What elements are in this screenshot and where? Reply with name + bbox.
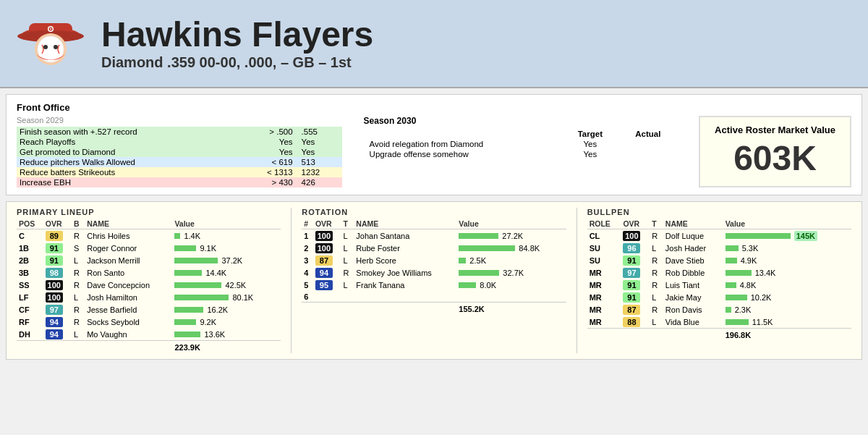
lineup-name: Chris Hoiles [85,229,172,242]
bullpen-role: MR [587,266,621,279]
bullpen-role: MR [587,291,621,303]
rotation-row: 2 100 L Rube Foster 84.8K [302,242,566,254]
lineup-name: Josh Hamilton [85,291,172,303]
divider-1 [291,208,292,353]
fo-goal-text: Reach Playoffs [17,137,237,147]
rotation-value [456,291,566,303]
lineup-total-label [17,341,172,353]
bullpen-ovr: 91 [621,279,650,291]
bullpen-total-row: 196.8K [587,329,851,341]
lineup-pos: C [17,229,43,242]
bp-col-role: ROLE [587,219,621,229]
lineup-total-value: 223.9K [172,341,281,353]
fo-goal-row: Get promoted to Diamond Yes Yes [17,147,342,157]
lineup-name: Socks Seybold [85,316,172,328]
fo-season2029: Season 2029 Finish season with +.527 rec… [17,116,342,187]
fo-goal-row: Reduce pitchers Walks Allowed < 619 513 [17,157,342,167]
lineup-name: Mo Vaughn [85,328,172,341]
lineup-row: 1B 91 S Roger Connor 9.1K [17,242,281,254]
lineup-col-b: B [72,219,85,229]
svg-point-6 [54,45,58,49]
bullpen-name: Josh Hader [663,242,723,254]
lineup-hand: S [72,242,85,254]
lineup-name: Ron Santo [85,266,172,279]
lineup-section: PRIMARY LINEUP POS OVR B NAME Value C 89… [17,208,281,353]
bullpen-row: MR 91 L Jakie May 10.2K [587,291,851,303]
rotation-value: 2.5K [456,254,566,266]
fo-season2030-label: Season 2030 [364,116,678,126]
rotation-ovr: 87 [313,254,341,266]
fo-goal-target: Yes [237,147,299,157]
lineup-pos: DH [17,328,43,341]
bullpen-row: MR 88 L Vida Blue 11.5K [587,316,851,329]
bp-col-value: Value [723,219,851,229]
bullpen-value: 2.3K [723,303,851,316]
lineup-table: POS OVR B NAME Value C 89 R Chris Hoiles… [17,219,281,353]
bullpen-row: SU 91 R Dave Stieb 4.9K [587,254,851,266]
bullpen-role: CL [587,229,621,242]
lineup-col-pos: POS [17,219,43,229]
fo-title: Front Office [17,102,851,113]
rotation-title: ROTATION [302,208,566,216]
lineup-name: Jackson Merrill [85,254,172,266]
bullpen-value: 10.2K [723,291,851,303]
bullpen-total-value: 196.8K [723,329,851,341]
fo-goal-target: > 430 [237,177,299,187]
fo-goal-actual: Yes [299,147,342,157]
lineup-title: PRIMARY LINEUP [17,208,281,216]
rotation-row: 5 95 L Frank Tanana 8.0K [302,279,566,291]
rot-col-t: T [341,219,354,229]
market-value-number: 603K [715,138,835,178]
fo-goal-text: Reduce pitchers Walks Allowed [17,157,237,167]
bullpen-name: Luis Tiant [663,279,723,291]
bullpen-name: Rob Dibble [663,266,723,279]
rotation-num: 3 [302,254,313,266]
lineup-col-name: NAME [85,219,172,229]
fo-season2030: Season 2030 Target Actual Avoid relegati… [364,116,678,187]
rotation-row: 1 100 L Johan Santana 27.2K [302,229,566,242]
rotation-value: 27.2K [456,229,566,242]
lineup-row: 3B 98 R Ron Santo 14.4K [17,266,281,279]
lineup-hand: R [72,316,85,328]
rotation-ovr: 100 [313,242,341,254]
rotation-ovr: 95 [313,279,341,291]
lineup-value: 14.4K [172,266,281,279]
rotation-num: 1 [302,229,313,242]
lineup-hand: R [72,266,85,279]
lineup-value: 9.2K [172,316,281,328]
divider-2 [576,208,577,353]
bullpen-role: SU [587,254,621,266]
market-value-box: Active Roster Market Value 603K [699,116,851,187]
lineup-pos: 3B [17,266,43,279]
svg-point-9 [50,28,51,30]
rotation-name: Johan Santana [354,229,456,242]
lineup-ovr: 94 [43,328,72,341]
rotation-total-value: 155.2K [456,303,566,315]
fo-season2030-table: Target Actual Avoid relegation from Diam… [364,129,678,159]
rotation-table: # OVR T NAME Value 1 100 L Johan Santana… [302,219,566,315]
bullpen-value: 4.9K [723,254,851,266]
lineup-value: 37.2K [172,254,281,266]
lineup-value: 13.6K [172,328,281,341]
header: Hawkins Flayers Diamond .359 00-00, .000… [0,0,868,88]
bullpen-name: Jakie May [663,291,723,303]
fo-goal-target: < 1313 [237,167,299,177]
team-info: Hawkins Flayers Diamond .359 00-00, .000… [101,16,373,71]
lineup-total-row: 223.9K [17,341,281,353]
lineup-value: 9.1K [172,242,281,254]
bullpen-value: 13.4K [723,266,851,279]
bullpen-hand: L [650,291,663,303]
fo-goal-text: Get promoted to Diamond [17,147,237,157]
rotation-num: 2 [302,242,313,254]
bullpen-role: MR [587,279,621,291]
fo-goal-text: Increase EBH [17,177,237,187]
bullpen-hand: R [650,303,663,316]
fo-goal-row: Finish season with +.527 record > .500 .… [17,127,342,137]
lineup-name: Jesse Barfield [85,303,172,316]
rotation-name [354,291,456,303]
bullpen-hand: L [650,316,663,329]
lineup-row: DH 94 L Mo Vaughn 13.6K [17,328,281,341]
bullpen-table: ROLE OVR T NAME Value CL 100 R Dolf Luqu… [587,219,851,341]
rotation-ovr: 100 [313,229,341,242]
lineup-ovr: 89 [43,229,72,242]
